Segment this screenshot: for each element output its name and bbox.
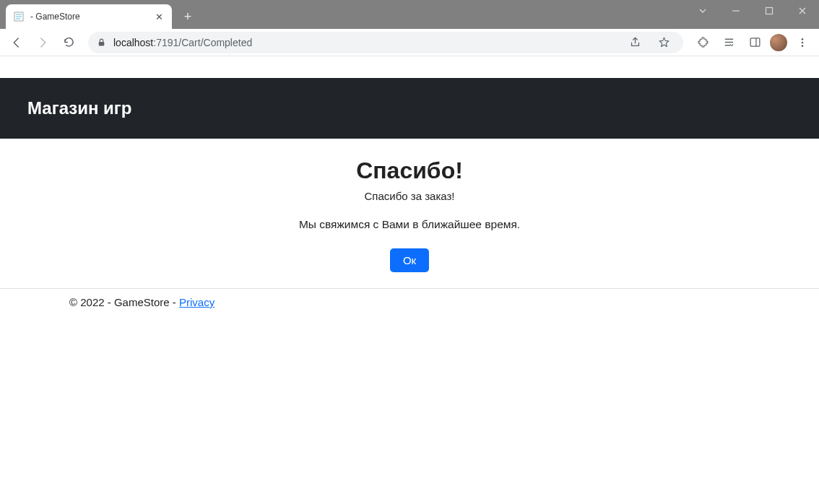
address-bar[interactable]: localhost:7191/Cart/Completed <box>88 32 683 53</box>
side-panel-icon[interactable] <box>744 32 766 53</box>
star-icon[interactable] <box>653 32 675 53</box>
page-viewport: Магазин игр Спасибо! Спасибо за заказ! М… <box>0 56 819 308</box>
tab-close-icon[interactable]: ✕ <box>153 11 165 22</box>
footer: © 2022 - GameStore - Privacy <box>0 288 819 308</box>
reload-button[interactable] <box>58 32 79 53</box>
new-tab-button[interactable]: + <box>178 6 198 27</box>
thank-you-heading: Спасибо! <box>0 157 819 184</box>
thank-you-subtitle: Спасибо за заказ! <box>0 190 819 202</box>
profile-avatar[interactable] <box>770 34 787 51</box>
svg-rect-6 <box>99 42 105 45</box>
window-controls <box>686 0 819 22</box>
contact-message: Мы свяжимся с Вами в ближайшее время. <box>0 218 819 231</box>
window-maximize-icon[interactable] <box>753 0 786 22</box>
share-icon[interactable] <box>624 32 646 53</box>
svg-rect-5 <box>766 8 773 14</box>
svg-point-12 <box>802 38 804 40</box>
menu-icon[interactable] <box>792 32 813 53</box>
navbar-brand[interactable]: Магазин игр <box>27 98 132 118</box>
site-navbar: Магазин игр <box>0 78 819 139</box>
main-content: Спасибо! Спасибо за заказ! Мы свяжимся с… <box>0 139 819 272</box>
lock-icon <box>97 38 106 47</box>
tab-favicon-icon <box>13 11 25 22</box>
svg-point-14 <box>802 45 804 47</box>
browser-toolbar: localhost:7191/Cart/Completed <box>0 29 819 56</box>
footer-text: © 2022 - GameStore - <box>69 296 179 308</box>
window-dropdown-icon[interactable] <box>686 0 719 22</box>
ok-button[interactable]: Ок <box>390 248 429 272</box>
svg-rect-10 <box>750 38 760 46</box>
url-host: localhost <box>113 37 153 48</box>
extensions-icon[interactable] <box>692 32 714 53</box>
url-text: localhost:7191/Cart/Completed <box>113 37 617 48</box>
window-minimize-icon[interactable] <box>719 0 753 22</box>
reading-list-icon[interactable] <box>718 32 740 53</box>
window-close-icon[interactable] <box>786 0 819 22</box>
privacy-link[interactable]: Privacy <box>179 296 214 308</box>
browser-tab[interactable]: - GameStore ✕ <box>6 4 172 29</box>
url-path: :7191/Cart/Completed <box>153 37 252 48</box>
svg-point-13 <box>802 41 804 43</box>
tab-title: - GameStore <box>30 12 153 22</box>
spacer <box>0 56 819 78</box>
browser-tab-strip: - GameStore ✕ + <box>0 0 819 29</box>
back-button[interactable] <box>6 32 27 53</box>
forward-button[interactable] <box>32 32 53 53</box>
